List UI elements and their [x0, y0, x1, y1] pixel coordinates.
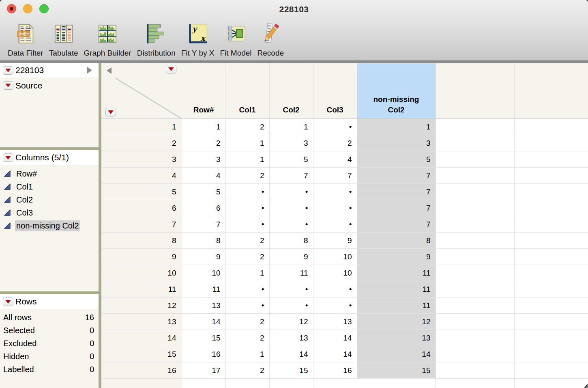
data-cell[interactable] [436, 200, 514, 216]
column-list-item[interactable]: Col1 [0, 180, 99, 193]
data-cell[interactable]: 2 [225, 119, 269, 135]
data-cell[interactable]: 14 [313, 330, 357, 346]
data-cell[interactable]: • [313, 297, 357, 314]
row-number-cell[interactable]: 5 [101, 184, 182, 200]
data-cell[interactable]: • [269, 297, 313, 314]
data-cell[interactable]: 15 [269, 362, 313, 379]
data-cell[interactable] [514, 314, 588, 330]
data-cell[interactable]: 5 [357, 151, 436, 168]
toolbar-data-filter[interactable]: Data Filter [5, 18, 46, 57]
close-button[interactable] [7, 4, 16, 13]
data-cell[interactable]: • [269, 184, 313, 200]
data-cell[interactable] [225, 379, 269, 388]
data-cell[interactable]: 7 [313, 168, 357, 184]
data-cell[interactable]: 2 [225, 314, 269, 330]
data-cell[interactable] [514, 200, 588, 216]
data-cell[interactable]: 7 [269, 168, 313, 184]
data-cell[interactable] [514, 265, 588, 281]
toolbar-fit-y-by-x[interactable]: y x Fit Y by X [178, 18, 217, 57]
row-number-cell[interactable]: 8 [101, 233, 182, 249]
data-cell[interactable]: 3 [357, 135, 436, 151]
data-cell[interactable]: 11 [357, 265, 436, 281]
data-cell[interactable]: 1 [269, 119, 313, 135]
data-cell[interactable]: 3 [182, 151, 225, 168]
data-cell[interactable]: 1 [225, 346, 269, 362]
data-cell[interactable] [514, 151, 588, 168]
row-number-cell[interactable]: 6 [101, 200, 182, 216]
data-cell[interactable]: • [225, 216, 269, 233]
columns-menu-button[interactable] [3, 153, 13, 162]
data-cell[interactable]: 9 [182, 249, 225, 265]
data-cell[interactable] [514, 184, 588, 200]
data-cell[interactable]: • [225, 200, 269, 216]
row-number-cell[interactable]: 10 [101, 265, 182, 281]
data-cell[interactable] [313, 379, 357, 388]
data-cell[interactable] [436, 216, 514, 233]
row-number-cell[interactable]: 16 [101, 362, 182, 379]
data-cell[interactable]: • [313, 119, 357, 135]
row-number-cell[interactable]: 12 [101, 297, 182, 314]
data-cell[interactable]: 11 [357, 281, 436, 297]
toolbar-distribution[interactable]: Distribution [134, 18, 178, 57]
row-number-cell[interactable]: 15 [101, 346, 182, 362]
data-cell[interactable] [269, 379, 313, 388]
gray-left-arrow-icon[interactable] [107, 67, 112, 74]
toolbar-tabulate[interactable]: Tabulate [46, 18, 81, 57]
data-cell[interactable] [436, 184, 514, 200]
data-cell[interactable] [436, 297, 514, 314]
data-cell[interactable] [514, 330, 588, 346]
data-cell[interactable] [514, 249, 588, 265]
row-number-cell[interactable]: 11 [101, 281, 182, 297]
data-cell[interactable] [357, 379, 436, 388]
column-header-col3[interactable]: Col3 [313, 63, 357, 119]
data-cell[interactable]: 7 [357, 200, 436, 216]
data-cell[interactable] [436, 151, 514, 168]
zoom-button[interactable] [39, 4, 49, 13]
data-cell[interactable]: • [313, 216, 357, 233]
data-cell[interactable] [436, 281, 514, 297]
data-cell[interactable]: 11 [357, 297, 436, 314]
data-cell[interactable]: 9 [357, 249, 436, 265]
data-cell[interactable] [436, 233, 514, 249]
data-cell[interactable]: 13 [182, 297, 225, 314]
data-cell[interactable]: 14 [357, 346, 436, 362]
data-cell[interactable]: 7 [357, 216, 436, 233]
data-cell[interactable] [514, 362, 588, 379]
column-header-col2[interactable]: Col2 [269, 63, 313, 119]
data-cell[interactable]: • [225, 184, 269, 200]
resize-grip[interactable] [584, 384, 588, 388]
data-cell[interactable]: 8 [269, 233, 313, 249]
data-cell[interactable]: 4 [182, 168, 225, 184]
data-cell[interactable] [182, 379, 225, 388]
data-cell[interactable]: 4 [313, 151, 357, 168]
rows-header-menu-button[interactable] [105, 108, 116, 116]
data-cell[interactable]: 2 [225, 168, 269, 184]
data-cell[interactable]: 1 [357, 119, 436, 135]
data-cell[interactable] [514, 346, 588, 362]
data-cell[interactable] [514, 168, 588, 184]
data-cell[interactable]: 10 [182, 265, 225, 281]
column-header-row#[interactable]: Row# [182, 63, 225, 119]
data-cell[interactable]: 6 [182, 200, 225, 216]
data-cell[interactable]: 11 [269, 265, 313, 281]
data-cell[interactable]: 8 [182, 233, 225, 249]
data-cell[interactable]: 16 [182, 346, 225, 362]
row-number-cell[interactable]: 13 [101, 314, 182, 330]
row-number-cell[interactable]: 2 [101, 135, 182, 151]
data-cell[interactable] [436, 249, 514, 265]
toolbar-fit-model[interactable]: Fit Model [217, 18, 254, 57]
data-cell[interactable]: 16 [313, 362, 357, 379]
data-cell[interactable]: • [269, 281, 313, 297]
data-cell[interactable]: 11 [182, 281, 225, 297]
columns-header-menu-button[interactable] [166, 65, 176, 73]
data-cell[interactable] [436, 168, 514, 184]
data-cell[interactable]: 1 [225, 135, 269, 151]
data-cell[interactable] [436, 346, 514, 362]
data-cell[interactable]: 7 [357, 168, 436, 184]
data-cell[interactable]: 2 [182, 135, 225, 151]
data-cell[interactable]: • [269, 216, 313, 233]
data-cell[interactable]: 7 [182, 216, 225, 233]
column-header-empty[interactable] [436, 63, 514, 119]
data-cell[interactable] [436, 265, 514, 281]
row-number-cell[interactable]: 7 [101, 216, 182, 233]
